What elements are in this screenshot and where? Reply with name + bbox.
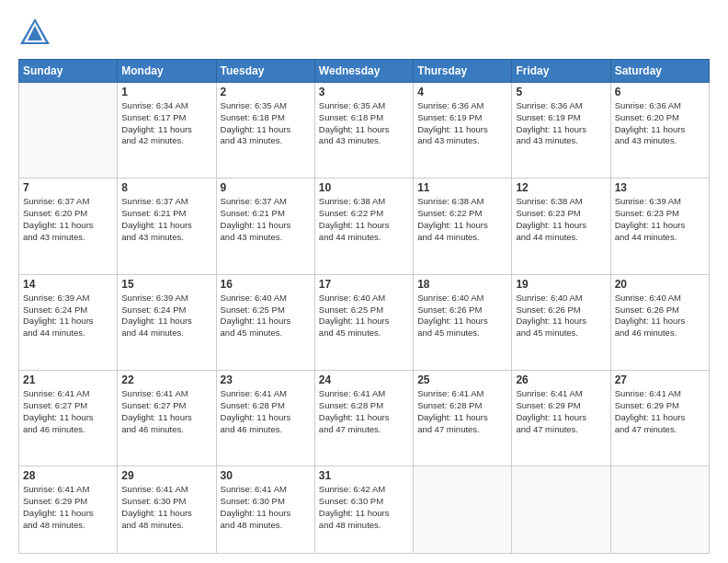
logo-icon bbox=[18, 17, 51, 50]
calendar-cell: 6Sunrise: 6:36 AM Sunset: 6:20 PM Daylig… bbox=[610, 83, 709, 178]
calendar-header-wednesday: Wednesday bbox=[314, 60, 413, 83]
calendar-cell bbox=[414, 466, 512, 554]
calendar-cell: 5Sunrise: 6:36 AM Sunset: 6:19 PM Daylig… bbox=[512, 83, 610, 178]
cell-content: Sunrise: 6:38 AM Sunset: 6:22 PM Dayligh… bbox=[417, 196, 507, 243]
cell-content: Sunrise: 6:40 AM Sunset: 6:26 PM Dayligh… bbox=[417, 293, 507, 339]
day-number: 28 bbox=[23, 469, 113, 482]
cell-content: Sunrise: 6:39 AM Sunset: 6:24 PM Dayligh… bbox=[121, 293, 211, 339]
cell-content: Sunrise: 6:36 AM Sunset: 6:19 PM Dayligh… bbox=[417, 100, 507, 147]
day-number: 30 bbox=[221, 469, 311, 482]
calendar-cell: 28Sunrise: 6:41 AM Sunset: 6:29 PM Dayli… bbox=[19, 466, 118, 554]
day-number: 9 bbox=[221, 181, 311, 194]
cell-content: Sunrise: 6:38 AM Sunset: 6:22 PM Dayligh… bbox=[319, 196, 409, 243]
calendar-header-sunday: Sunday bbox=[19, 60, 118, 83]
day-number: 18 bbox=[417, 278, 507, 291]
day-number: 7 bbox=[23, 181, 113, 194]
calendar-cell: 27Sunrise: 6:41 AM Sunset: 6:29 PM Dayli… bbox=[610, 371, 709, 466]
day-number: 31 bbox=[319, 469, 409, 482]
cell-content: Sunrise: 6:38 AM Sunset: 6:23 PM Dayligh… bbox=[516, 196, 606, 243]
calendar-cell: 25Sunrise: 6:41 AM Sunset: 6:28 PM Dayli… bbox=[414, 371, 512, 466]
calendar-cell: 1Sunrise: 6:34 AM Sunset: 6:17 PM Daylig… bbox=[118, 83, 216, 178]
day-number: 16 bbox=[221, 278, 311, 291]
cell-content: Sunrise: 6:39 AM Sunset: 6:23 PM Dayligh… bbox=[615, 196, 705, 243]
cell-content: Sunrise: 6:40 AM Sunset: 6:26 PM Dayligh… bbox=[516, 293, 606, 339]
calendar-cell: 13Sunrise: 6:39 AM Sunset: 6:23 PM Dayli… bbox=[610, 178, 709, 274]
calendar-week-row: 14Sunrise: 6:39 AM Sunset: 6:24 PM Dayli… bbox=[19, 274, 710, 370]
cell-content: Sunrise: 6:40 AM Sunset: 6:25 PM Dayligh… bbox=[221, 293, 311, 339]
calendar-header-friday: Friday bbox=[512, 60, 610, 83]
cell-content: Sunrise: 6:41 AM Sunset: 6:29 PM Dayligh… bbox=[516, 388, 606, 435]
calendar-cell: 16Sunrise: 6:40 AM Sunset: 6:25 PM Dayli… bbox=[216, 274, 314, 370]
day-number: 13 bbox=[615, 181, 705, 194]
calendar-header-row: SundayMondayTuesdayWednesdayThursdayFrid… bbox=[19, 60, 710, 83]
calendar-week-row: 28Sunrise: 6:41 AM Sunset: 6:29 PM Dayli… bbox=[19, 466, 710, 554]
calendar-cell: 12Sunrise: 6:38 AM Sunset: 6:23 PM Dayli… bbox=[512, 178, 610, 274]
day-number: 27 bbox=[615, 373, 705, 386]
day-number: 1 bbox=[121, 86, 211, 98]
calendar-week-row: 21Sunrise: 6:41 AM Sunset: 6:27 PM Dayli… bbox=[19, 371, 710, 466]
day-number: 6 bbox=[615, 86, 705, 98]
calendar-cell: 9Sunrise: 6:37 AM Sunset: 6:21 PM Daylig… bbox=[216, 178, 314, 274]
cell-content: Sunrise: 6:41 AM Sunset: 6:28 PM Dayligh… bbox=[221, 388, 311, 435]
cell-content: Sunrise: 6:41 AM Sunset: 6:27 PM Dayligh… bbox=[121, 388, 211, 435]
cell-content: Sunrise: 6:41 AM Sunset: 6:27 PM Dayligh… bbox=[23, 388, 113, 435]
cell-content: Sunrise: 6:35 AM Sunset: 6:18 PM Dayligh… bbox=[319, 100, 409, 147]
day-number: 26 bbox=[516, 373, 606, 386]
logo bbox=[18, 17, 55, 50]
day-number: 10 bbox=[319, 181, 409, 194]
cell-content: Sunrise: 6:34 AM Sunset: 6:17 PM Dayligh… bbox=[121, 100, 211, 147]
cell-content: Sunrise: 6:42 AM Sunset: 6:30 PM Dayligh… bbox=[319, 484, 409, 531]
calendar-week-row: 7Sunrise: 6:37 AM Sunset: 6:20 PM Daylig… bbox=[19, 178, 710, 274]
calendar-cell: 23Sunrise: 6:41 AM Sunset: 6:28 PM Dayli… bbox=[216, 371, 314, 466]
calendar-cell: 4Sunrise: 6:36 AM Sunset: 6:19 PM Daylig… bbox=[414, 83, 512, 178]
header bbox=[18, 17, 710, 50]
cell-content: Sunrise: 6:41 AM Sunset: 6:30 PM Dayligh… bbox=[221, 484, 311, 531]
calendar-cell: 15Sunrise: 6:39 AM Sunset: 6:24 PM Dayli… bbox=[118, 274, 216, 370]
cell-content: Sunrise: 6:40 AM Sunset: 6:25 PM Dayligh… bbox=[319, 293, 409, 339]
day-number: 20 bbox=[615, 278, 705, 291]
calendar-cell: 20Sunrise: 6:40 AM Sunset: 6:26 PM Dayli… bbox=[610, 274, 709, 370]
calendar-cell: 22Sunrise: 6:41 AM Sunset: 6:27 PM Dayli… bbox=[118, 371, 216, 466]
calendar-cell bbox=[610, 466, 709, 554]
calendar-header-tuesday: Tuesday bbox=[216, 60, 314, 83]
day-number: 14 bbox=[23, 278, 113, 291]
day-number: 4 bbox=[417, 86, 507, 98]
day-number: 25 bbox=[417, 373, 507, 386]
day-number: 12 bbox=[516, 181, 606, 194]
day-number: 8 bbox=[121, 181, 211, 194]
day-number: 24 bbox=[319, 373, 409, 386]
calendar-cell: 17Sunrise: 6:40 AM Sunset: 6:25 PM Dayli… bbox=[314, 274, 413, 370]
calendar-cell: 7Sunrise: 6:37 AM Sunset: 6:20 PM Daylig… bbox=[19, 178, 118, 274]
page: SundayMondayTuesdayWednesdayThursdayFrid… bbox=[0, 0, 728, 563]
cell-content: Sunrise: 6:37 AM Sunset: 6:21 PM Dayligh… bbox=[221, 196, 311, 243]
day-number: 3 bbox=[319, 86, 409, 98]
calendar-cell: 10Sunrise: 6:38 AM Sunset: 6:22 PM Dayli… bbox=[314, 178, 413, 274]
cell-content: Sunrise: 6:36 AM Sunset: 6:20 PM Dayligh… bbox=[615, 100, 705, 147]
calendar-cell: 24Sunrise: 6:41 AM Sunset: 6:28 PM Dayli… bbox=[314, 371, 413, 466]
cell-content: Sunrise: 6:40 AM Sunset: 6:26 PM Dayligh… bbox=[615, 293, 705, 339]
calendar-cell: 18Sunrise: 6:40 AM Sunset: 6:26 PM Dayli… bbox=[414, 274, 512, 370]
calendar-cell: 2Sunrise: 6:35 AM Sunset: 6:18 PM Daylig… bbox=[216, 83, 314, 178]
calendar-header-thursday: Thursday bbox=[414, 60, 512, 83]
day-number: 29 bbox=[121, 469, 211, 482]
cell-content: Sunrise: 6:37 AM Sunset: 6:21 PM Dayligh… bbox=[121, 196, 211, 243]
calendar-cell: 3Sunrise: 6:35 AM Sunset: 6:18 PM Daylig… bbox=[314, 83, 413, 178]
calendar-cell: 30Sunrise: 6:41 AM Sunset: 6:30 PM Dayli… bbox=[216, 466, 314, 554]
calendar-table: SundayMondayTuesdayWednesdayThursdayFrid… bbox=[18, 59, 710, 554]
day-number: 23 bbox=[221, 373, 311, 386]
cell-content: Sunrise: 6:36 AM Sunset: 6:19 PM Dayligh… bbox=[516, 100, 606, 147]
cell-content: Sunrise: 6:41 AM Sunset: 6:28 PM Dayligh… bbox=[417, 388, 507, 435]
cell-content: Sunrise: 6:35 AM Sunset: 6:18 PM Dayligh… bbox=[221, 100, 311, 147]
day-number: 22 bbox=[121, 373, 211, 386]
day-number: 15 bbox=[121, 278, 211, 291]
cell-content: Sunrise: 6:37 AM Sunset: 6:20 PM Dayligh… bbox=[23, 196, 113, 243]
calendar-cell: 26Sunrise: 6:41 AM Sunset: 6:29 PM Dayli… bbox=[512, 371, 610, 466]
day-number: 17 bbox=[319, 278, 409, 291]
cell-content: Sunrise: 6:41 AM Sunset: 6:29 PM Dayligh… bbox=[615, 388, 705, 435]
calendar-header-monday: Monday bbox=[118, 60, 216, 83]
day-number: 19 bbox=[516, 278, 606, 291]
calendar-cell bbox=[512, 466, 610, 554]
cell-content: Sunrise: 6:41 AM Sunset: 6:29 PM Dayligh… bbox=[23, 484, 113, 531]
cell-content: Sunrise: 6:41 AM Sunset: 6:28 PM Dayligh… bbox=[319, 388, 409, 435]
calendar-cell: 29Sunrise: 6:41 AM Sunset: 6:30 PM Dayli… bbox=[118, 466, 216, 554]
